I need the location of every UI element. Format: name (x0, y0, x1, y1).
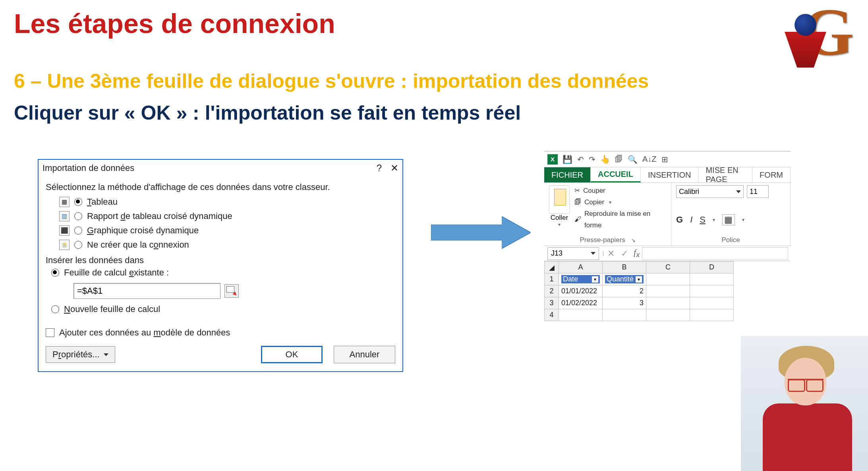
redo-icon[interactable]: ↷ (589, 155, 595, 164)
cut-icon[interactable]: ✂ (574, 185, 580, 197)
table-icon: ▦ (59, 197, 70, 207)
cancel-button[interactable]: Annuler (334, 346, 395, 363)
format-painter-label: Reproduire la mise en forme (584, 208, 666, 231)
pivot-icon: ▥ (59, 211, 70, 221)
underline-button[interactable]: S (700, 215, 706, 225)
select-all-triangle[interactable]: ◢ (545, 262, 559, 273)
properties-button[interactable]: Propriétés... (46, 346, 115, 363)
row-header[interactable]: 2 (545, 285, 559, 297)
excel-window: X 💾 ↶ ↷ 👆 🗐 🔍 A↓Z ⊞ FICHIER ACCUEIL INSE… (544, 151, 791, 338)
radio-table-label: Tableau (87, 197, 118, 207)
print-preview-icon[interactable]: 🗐 (615, 155, 623, 164)
radio-connection-only[interactable] (74, 241, 82, 249)
filter-dropdown-icon[interactable]: ▾ (636, 276, 642, 283)
table-header-cell[interactable]: Date▾ (559, 273, 603, 285)
existing-sheet-label: Feuille de calcul existante : (64, 267, 169, 278)
filter-dropdown-icon[interactable]: ▾ (592, 276, 598, 283)
tab-file[interactable]: FICHIER (544, 167, 591, 182)
cell[interactable]: 01/01/2022 (559, 285, 603, 297)
add-to-model-label: Ajouter ces données au modèle de données (59, 328, 230, 338)
radio-pivotchart[interactable] (74, 227, 82, 235)
cell[interactable]: 3 (603, 297, 646, 309)
col-header-c[interactable]: C (646, 262, 690, 273)
copy-icon[interactable]: 🗐 (574, 197, 581, 208)
radio-pivot[interactable] (74, 212, 82, 220)
new-sheet-label: Nouvelle feuille de calcul (64, 304, 160, 314)
properties-label: Propriétés... (52, 349, 100, 360)
col-header-d[interactable]: D (690, 262, 734, 273)
tab-home[interactable]: ACCUEIL (591, 167, 641, 182)
chevron-down-icon (591, 252, 595, 255)
connection-icon: 🗎 (59, 240, 70, 250)
cell[interactable] (690, 309, 734, 321)
close-icon[interactable]: ✕ (391, 163, 398, 174)
cell[interactable] (646, 273, 690, 285)
paste-dropdown-icon[interactable]: ▾ (549, 222, 570, 227)
paste-button[interactable] (549, 185, 570, 214)
cell[interactable] (646, 297, 690, 309)
radio-existing-sheet[interactable] (51, 269, 59, 277)
row-header[interactable]: 3 (545, 297, 559, 309)
clipboard-dialog-launcher-icon[interactable]: ↘ (631, 237, 636, 243)
cell[interactable] (646, 285, 690, 297)
help-icon[interactable]: ? (377, 163, 382, 174)
cell[interactable]: 2 (603, 285, 646, 297)
tab-page-layout[interactable]: MISE EN PAGE (698, 167, 752, 182)
cell[interactable] (559, 309, 603, 321)
radio-new-sheet[interactable] (51, 305, 59, 313)
arrow-right-icon (431, 217, 534, 248)
cell[interactable] (690, 285, 734, 297)
name-box[interactable]: J13 (547, 247, 599, 260)
worksheet-grid[interactable]: ◢ A B C D 1 Date▾ Quantité▾ 2 01/01/2022… (544, 261, 734, 321)
radio-pivotchart-label: Graphique croisé dynamique (87, 225, 199, 236)
slide-instruction: Cliquer sur « OK » : l'importation se fa… (14, 101, 521, 124)
format-painter-icon[interactable]: 🖌 (574, 214, 581, 225)
import-data-dialog: Importation de données ? ✕ Sélectionnez … (38, 159, 403, 372)
ribbon-tabs: FICHIER ACCUEIL INSERTION MISE EN PAGE F… (544, 167, 791, 182)
cell[interactable] (690, 297, 734, 309)
clipboard-group-label: Presse-papiers (580, 236, 625, 244)
save-icon[interactable]: 💾 (563, 155, 572, 164)
font-size-combo[interactable]: 11 (747, 185, 769, 198)
presenter-thumbnail (741, 336, 868, 471)
paste-label: Coller (549, 214, 570, 222)
touch-mode-icon[interactable]: 👆 (600, 155, 610, 164)
fx-icon[interactable]: fx (634, 247, 640, 259)
italic-button[interactable]: I (690, 215, 692, 225)
tab-insert[interactable]: INSERTION (641, 167, 699, 182)
slide-title: Les étapes de connexion (14, 8, 335, 39)
range-picker-button[interactable] (224, 284, 239, 298)
copy-dropdown-icon[interactable]: ▾ (609, 198, 611, 206)
cut-label: Couper (583, 185, 605, 197)
formula-cancel-icon[interactable]: ✕ (607, 248, 615, 259)
copy-label: Copier (584, 197, 604, 208)
borders-button[interactable]: ▦ (722, 214, 735, 225)
cell-reference-input[interactable] (73, 283, 220, 299)
preview-icon[interactable]: 🔍 (628, 155, 638, 164)
pivotchart-icon: ⬛ (59, 225, 70, 236)
tab-formulas[interactable]: FORM (752, 167, 791, 182)
table-header-cell[interactable]: Quantité▾ (603, 273, 646, 285)
add-to-model-checkbox[interactable] (46, 328, 54, 337)
radio-table[interactable] (74, 198, 82, 206)
undo-icon[interactable]: ↶ (577, 155, 584, 164)
sort-icon[interactable]: A↓Z (642, 155, 657, 164)
radio-pivot-label: Rapport de tableau croisé dynamique (87, 211, 232, 221)
slide-step-line: 6 – Une 3ème feuille de dialogue s'ouvre… (14, 70, 649, 93)
col-header-a[interactable]: A (559, 262, 603, 273)
col-header-b[interactable]: B (603, 262, 646, 273)
row-header[interactable]: 1 (545, 273, 559, 285)
cell[interactable] (646, 309, 690, 321)
cell[interactable] (690, 273, 734, 285)
ribbon: Coller ▾ ✂Couper 🗐Copier▾ 🖌Reproduire la… (544, 182, 791, 246)
form-icon[interactable]: ⊞ (661, 155, 668, 164)
formula-accept-icon[interactable]: ✓ (621, 248, 628, 259)
font-name-combo[interactable]: Calibri (676, 185, 744, 198)
cell[interactable]: 01/02/2022 (559, 297, 603, 309)
chevron-down-icon (104, 353, 108, 356)
cell[interactable] (603, 309, 646, 321)
formula-bar[interactable] (642, 247, 788, 260)
ok-button[interactable]: OK (261, 346, 323, 363)
row-header[interactable]: 4 (545, 309, 559, 321)
bold-button[interactable]: G (676, 215, 683, 225)
